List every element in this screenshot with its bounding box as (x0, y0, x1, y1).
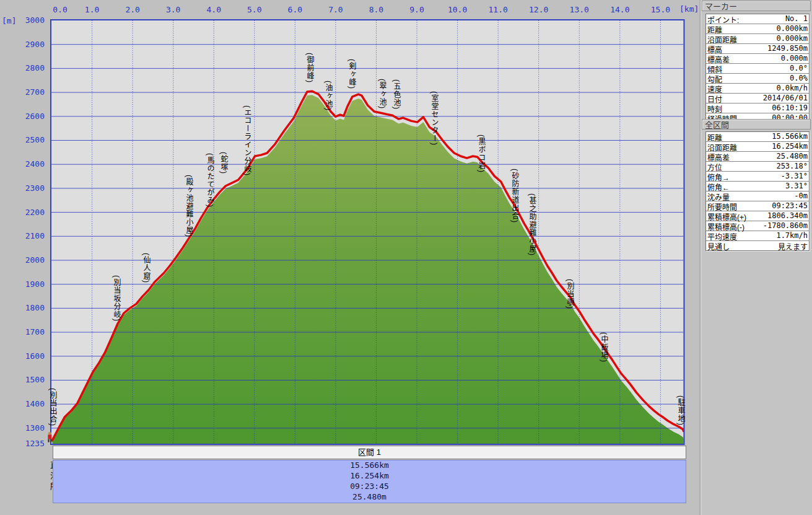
table-row: 日付2014/06/01 (706, 94, 809, 103)
row-label: 距離 (706, 132, 722, 141)
table-row: 俯角←3.31° (706, 182, 809, 191)
tick-label: 13.0 (570, 5, 589, 14)
table-row: 沿面距離16.254km (706, 142, 809, 152)
table-row: 俯角→-3.31° (706, 172, 809, 182)
table-row: 沿面距離0.000km (706, 34, 809, 44)
waypoint-label: (五色池) (392, 79, 401, 110)
waypoint-label: (別当覗) (565, 279, 574, 309)
tick-label: 2500 (25, 135, 45, 144)
tick-label: 1300 (25, 423, 45, 433)
row-label: 勾配 (706, 74, 722, 83)
section-header: 区間 1 (53, 446, 686, 459)
waypoint-label: (仙人窟) (142, 253, 151, 283)
row-label: 平均速度 (706, 231, 737, 240)
tick-label: 14.0 (610, 5, 629, 14)
row-value: -1780.860m (763, 221, 809, 231)
tick-label: 2800 (25, 63, 45, 73)
row-value: -0m (794, 191, 809, 201)
table-row: ポイント:No. 1 (706, 14, 809, 24)
tick-label: 1500 (25, 375, 45, 384)
tick-label: 6.0 (288, 5, 302, 14)
row-label: 方位 (706, 162, 722, 171)
row-label: 沿面距離 (706, 34, 737, 43)
row-value: No. 1 (785, 14, 809, 24)
row-label: 速度 (706, 84, 722, 93)
y-axis-unit: [m] (2, 16, 16, 25)
tick-label: 2900 (25, 40, 45, 49)
table-row: 速度0.0km/h (706, 84, 809, 94)
tick-label: 1900 (25, 280, 45, 289)
tick-label: 15.0 (651, 5, 670, 14)
row-value: 06:10:19 (772, 103, 809, 113)
tick-label: 1600 (25, 351, 45, 361)
tick-label: 0.0 (53, 5, 67, 14)
total-panel-title: 全区間 (702, 119, 811, 130)
row-value: 0.0km/h (776, 84, 809, 93)
waypoint-label: (別当出合) (48, 388, 57, 426)
tick-label: 7.0 (328, 5, 343, 14)
row-value: 1806.340m (767, 211, 809, 221)
table-row: 方位253.18° (706, 162, 809, 172)
row-value: 0.000km (776, 34, 809, 43)
table-row: 累積標高(-)-1780.860m (706, 221, 809, 231)
row-value: 3.31° (785, 182, 809, 191)
table-row: 平均速度1.7km/h (706, 231, 809, 241)
row-label: 傾斜 (706, 64, 722, 73)
waypoint-label: (剣ヶ峰) (347, 59, 356, 89)
hiker-icon[interactable] (48, 432, 51, 442)
row-value: 1.7km/h (776, 231, 809, 240)
row-label: 標高差 (706, 54, 730, 63)
row-label: 距離 (706, 24, 722, 33)
tick-label: 10.0 (448, 5, 467, 14)
marker-table: ポイント:No. 1距離0.000km沿面距離0.000km標高1249.850… (705, 14, 810, 123)
waypoint-label: (中飯場) (600, 332, 608, 363)
row-label: 所要時間 (706, 201, 737, 211)
tick-label: 9.0 (409, 5, 424, 14)
table-row: 所要時間09:23:45 (706, 201, 809, 211)
table-row: 距離0.000km (706, 24, 809, 34)
start-marker[interactable] (48, 432, 51, 442)
row-value: -3.31° (781, 172, 809, 181)
tick-label: 11.0 (488, 5, 507, 14)
table-row: 距離15.566km (706, 132, 809, 142)
row-value: 2014/06/01 (763, 94, 809, 103)
section-value: 15.566km (53, 460, 686, 471)
tick-label: 3.0 (166, 5, 180, 14)
row-label: 見通し (706, 241, 730, 250)
row-label: 俯角← (706, 182, 730, 191)
tick-label: 2600 (25, 112, 45, 121)
waypoint-label: (油ヶ池) (324, 81, 333, 111)
waypoint-label: (駐車地) (676, 395, 685, 426)
tick-label: 2200 (25, 208, 45, 217)
tick-label: 1235 (25, 439, 45, 448)
tick-label: 1800 (25, 303, 45, 312)
row-value: 16.254km (772, 142, 809, 151)
waypoint-label: (黒ボコ岩) (477, 134, 486, 173)
row-label: 沈み量 (706, 191, 730, 201)
x-axis-unit: [km] (679, 4, 699, 14)
waypoint-label: (翠ヶ池) (378, 79, 386, 109)
row-value: 253.18° (776, 162, 809, 171)
section-value: 09:23:45 (53, 482, 686, 492)
row-label: 累積標高(+) (706, 211, 746, 221)
row-label: ポイント: (706, 14, 739, 24)
tick-label: 1700 (25, 327, 45, 337)
tick-label: 1.0 (85, 5, 99, 14)
row-value: 0.000km (776, 24, 809, 33)
tick-label: 3000 (25, 15, 45, 25)
tick-label: 4.0 (206, 5, 220, 14)
marker-panel-title: マーカー (702, 1, 811, 11)
tick-label: 1400 (25, 399, 45, 408)
table-row: 見通し見えます (706, 241, 809, 250)
table-row: 標高差25.480m (706, 152, 809, 162)
table-row: 時刻06:10:19 (706, 103, 809, 113)
total-table: 距離15.566km沿面距離16.254km標高差25.480m方位253.18… (705, 131, 810, 251)
tick-label: 2300 (25, 183, 45, 193)
waypoint-label: (殿ヶ池避難小屋) (185, 175, 193, 237)
row-label: 日付 (706, 94, 722, 103)
elevation-profile-chart[interactable]: 0.01.02.03.04.05.06.07.08.09.010.011.012… (0, 0, 700, 515)
table-row: 傾斜0.0° (706, 64, 809, 74)
waypoint-label: (甚之助避難小屋) (528, 193, 536, 256)
tick-label: 2.0 (125, 5, 139, 14)
table-row: 累積標高(+)1806.340m (706, 211, 809, 221)
